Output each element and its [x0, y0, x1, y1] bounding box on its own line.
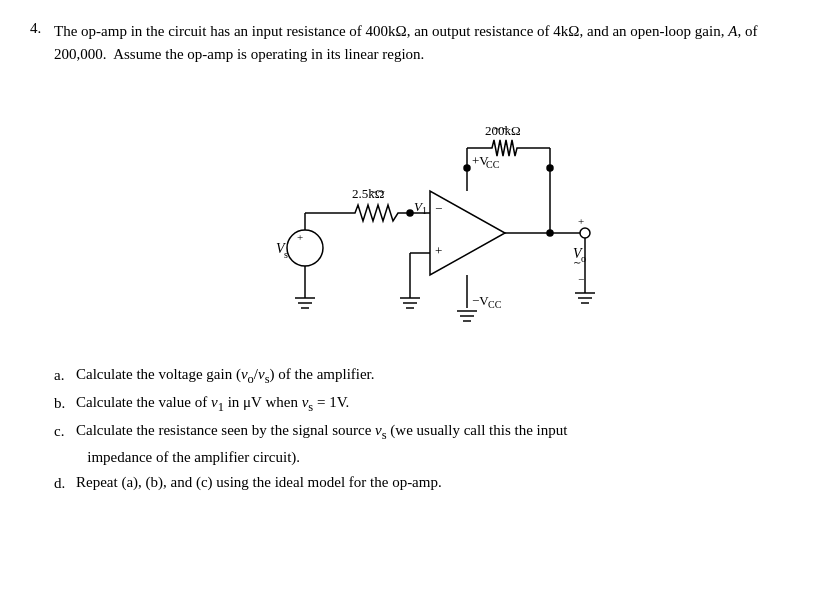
svg-text:CC: CC [488, 299, 502, 310]
svg-text:CC: CC [486, 159, 500, 170]
sub-text-a: Calculate the voltage gain (vo/vs) of th… [76, 363, 375, 389]
circuit-svg: + V s 2.5kΩ ∼∼ V 1 [210, 83, 630, 343]
sub-text-c: Calculate the resistance seen by the sig… [76, 419, 567, 469]
sub-question-c: c. Calculate the resistance seen by the … [54, 419, 809, 469]
svg-text:−V: −V [472, 293, 489, 308]
sub-label-b: b. [54, 391, 76, 417]
svg-text:+: + [435, 243, 442, 258]
problem-header: 4. The op-amp in the circuit has an inpu… [30, 20, 809, 67]
svg-text:∼∼: ∼∼ [493, 123, 509, 134]
problem-container: 4. The op-amp in the circuit has an inpu… [30, 20, 809, 496]
svg-text:+: + [578, 215, 584, 227]
sub-label-c: c. [54, 419, 76, 445]
sub-question-a: a. Calculate the voltage gain (vo/vs) of… [54, 363, 809, 389]
svg-point-5 [287, 230, 323, 266]
sub-label-d: d. [54, 471, 76, 497]
svg-text:−: − [578, 273, 584, 285]
svg-point-47 [580, 228, 590, 238]
svg-text:s: s [284, 249, 288, 260]
sub-question-b: b. Calculate the value of v1 in μV when … [54, 391, 809, 417]
sub-text-b: Calculate the value of v1 in μV when vs … [76, 391, 349, 417]
svg-text:−: − [435, 201, 442, 216]
svg-text:∼∼: ∼∼ [369, 186, 385, 197]
circuit-diagram: + V s 2.5kΩ ∼∼ V 1 [30, 83, 809, 343]
svg-text:+: + [297, 231, 303, 243]
problem-text: The op-amp in the circuit has an input r… [54, 20, 809, 67]
sub-question-d: d. Repeat (a), (b), and (c) using the id… [54, 471, 809, 497]
sub-label-a: a. [54, 363, 76, 389]
svg-text:1: 1 [422, 205, 427, 216]
svg-text:∼: ∼ [573, 257, 581, 268]
problem-number: 4. [30, 20, 54, 37]
sub-text-d: Repeat (a), (b), and (c) using the ideal… [76, 471, 442, 494]
sub-questions: a. Calculate the voltage gain (vo/vs) of… [54, 363, 809, 497]
